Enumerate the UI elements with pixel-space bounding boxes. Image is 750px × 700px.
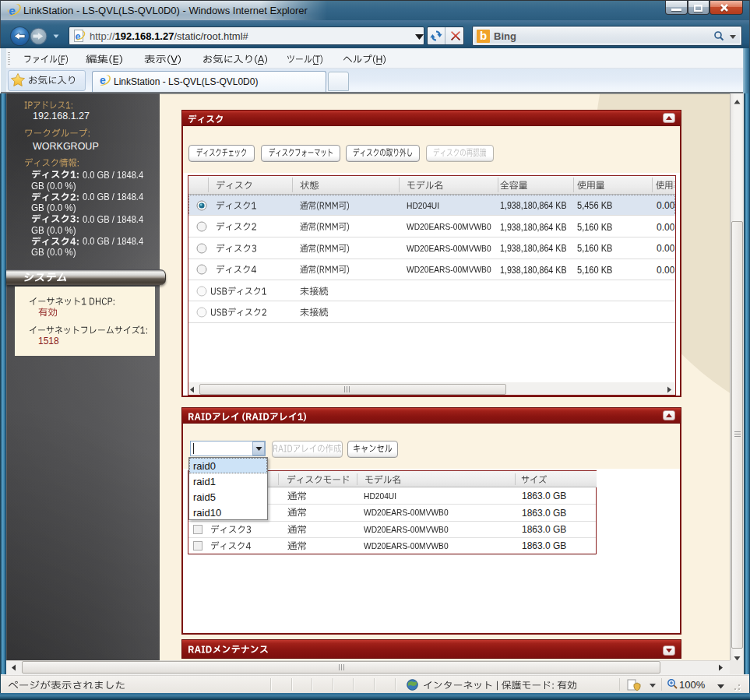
svg-text:e: e [76,31,81,42]
